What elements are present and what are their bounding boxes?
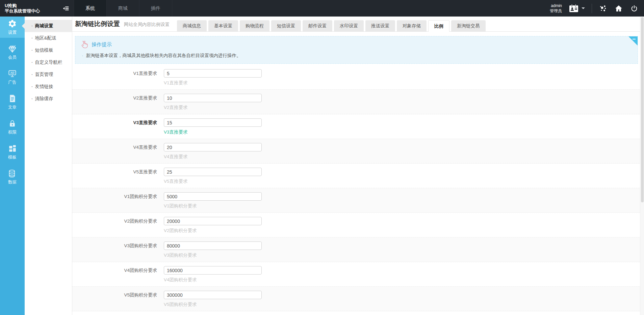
field-label: V1团购积分要求 bbox=[72, 192, 157, 209]
ad-board-icon: AD bbox=[8, 69, 17, 78]
logo-line1: U抢购 bbox=[5, 3, 58, 8]
tip-bullet: · bbox=[82, 53, 83, 58]
v4-group-points-input[interactable] bbox=[164, 266, 262, 275]
quick-apps-button[interactable] bbox=[599, 4, 608, 13]
topbar-spacer bbox=[172, 0, 550, 17]
page-layout: 设置 会员 AD 广告 文章 权限 bbox=[0, 17, 644, 315]
page-title: 新淘链比例设置 bbox=[75, 20, 120, 28]
topbar: U抢购 平台系统管理中心 系统 商城 插件 admin 管理员 bbox=[0, 0, 644, 17]
field-hint: V2团购积分要求 bbox=[164, 228, 262, 234]
sidebar-item-custom-nav[interactable]: ·自定义导航栏 bbox=[25, 56, 72, 68]
sidebar-item-sms-template[interactable]: ·短信模板 bbox=[25, 44, 72, 56]
top-menu: 系统 商城 插件 bbox=[74, 0, 172, 17]
v1-group-points-input[interactable] bbox=[164, 192, 262, 201]
tab-sms-settings[interactable]: 短信设置 bbox=[271, 20, 301, 31]
v2-direct-input[interactable] bbox=[164, 94, 262, 102]
field-wrap: V1团购积分要求 bbox=[164, 192, 262, 209]
document-icon bbox=[8, 94, 17, 103]
tab-basic-settings[interactable]: 基本设置 bbox=[208, 20, 238, 31]
field-hint: V5团购积分要求 bbox=[164, 302, 262, 308]
form-row-v5-group-points: V5团购积分要求 V5团购积分要求 bbox=[72, 287, 644, 311]
sidebar-item-label: 会员 bbox=[8, 55, 17, 60]
sidebar-collapse-button[interactable] bbox=[58, 0, 74, 17]
item-bullet: · bbox=[31, 35, 33, 40]
sidebar-item-label: 数据 bbox=[8, 179, 17, 185]
sidebar-item-templates[interactable]: 模板 bbox=[0, 141, 25, 163]
field-wrap: V3直推要求 bbox=[164, 118, 262, 135]
sidebar-item-friend-links[interactable]: ·友情链接 bbox=[25, 81, 72, 93]
field-hint: V4直推要求 bbox=[164, 154, 262, 160]
sidebar-item-homepage[interactable]: ·首页管理 bbox=[25, 68, 72, 81]
menu-label: 商城 bbox=[118, 5, 128, 11]
field-hint: V2直推要求 bbox=[164, 105, 262, 111]
field-wrap: V2团购积分要求 bbox=[164, 217, 262, 234]
field-wrap: V4直推要求 bbox=[164, 143, 262, 160]
tip-title-row: 操作提示 bbox=[81, 40, 632, 49]
item-bullet: · bbox=[31, 23, 33, 28]
tab-push-settings[interactable]: 推送设置 bbox=[365, 20, 395, 31]
field-hint: V5直推要求 bbox=[164, 178, 262, 184]
form-row-v4-group-points: V4团购积分要求 V4团购积分要求 bbox=[72, 262, 644, 287]
tab-mail-settings[interactable]: 邮件设置 bbox=[303, 20, 332, 31]
field-hint: V1直推要求 bbox=[164, 80, 262, 86]
page-scrollbar[interactable] bbox=[640, 17, 644, 315]
sidebar-item-settings[interactable]: 设置 bbox=[0, 17, 25, 38]
tab-shopping-flow[interactable]: 购物流程 bbox=[240, 20, 269, 31]
sidebar-item-articles[interactable]: 文章 bbox=[0, 91, 25, 113]
sidebar-item-label: 模板 bbox=[8, 154, 17, 160]
form-row-v3-direct: V3直推要求 V3直推要求 bbox=[72, 114, 644, 139]
field-hint: V3直推要求 bbox=[164, 129, 262, 135]
form-row-v1-group-points: V1团购积分要求 V1团购积分要求 bbox=[72, 188, 644, 213]
item-bullet: · bbox=[31, 48, 33, 53]
tip-collapse-corner[interactable] bbox=[628, 36, 638, 46]
top-menu-plugins[interactable]: 插件 bbox=[139, 0, 172, 17]
tab-watermark-settings[interactable]: 水印设置 bbox=[334, 20, 364, 31]
form-row-v3-group-points: V3团购积分要求 V3团购积分要求 bbox=[72, 237, 644, 262]
tab-object-storage[interactable]: 对象存储 bbox=[397, 20, 427, 31]
app-logo[interactable]: U抢购 平台系统管理中心 bbox=[0, 0, 58, 17]
field-label: V3直推要求 bbox=[72, 118, 157, 135]
v2-group-points-input[interactable] bbox=[164, 217, 262, 225]
v4-direct-input[interactable] bbox=[164, 143, 262, 151]
v3-group-points-input[interactable] bbox=[164, 241, 262, 250]
field-label: V5直推要求 bbox=[72, 168, 157, 184]
tab-ratio[interactable]: 比例 bbox=[428, 20, 449, 32]
field-label: V1直推要求 bbox=[72, 69, 157, 86]
chevron-down-icon bbox=[582, 7, 585, 9]
tab-mall-info[interactable]: 商城信息 bbox=[177, 20, 207, 31]
item-bullet: · bbox=[31, 72, 33, 77]
field-label: V3团购积分要求 bbox=[72, 241, 157, 258]
logout-button[interactable] bbox=[630, 4, 639, 13]
sidebar-item-data[interactable]: 数据 bbox=[0, 166, 25, 188]
field-label: V4团购积分要求 bbox=[72, 266, 157, 283]
user-menu-button[interactable] bbox=[569, 4, 585, 13]
sidebar-item-mall-settings[interactable]: ·商城设置 bbox=[25, 20, 72, 32]
tip-text: 新淘链基本设置，商城及其他模块相关内容在其各自栏目设置项内进行操作。 bbox=[86, 53, 241, 58]
sidebar-item-clear-cache[interactable]: ·清除缓存 bbox=[25, 93, 72, 105]
v5-group-points-input[interactable] bbox=[164, 291, 262, 299]
menu-label: 插件 bbox=[151, 5, 160, 11]
v1-direct-input[interactable] bbox=[164, 69, 262, 78]
field-wrap: V2直推要求 bbox=[164, 94, 262, 111]
form-row-partial bbox=[72, 311, 644, 315]
gear-icon bbox=[8, 19, 17, 28]
v5-direct-input[interactable] bbox=[164, 168, 262, 176]
top-menu-mall[interactable]: 商城 bbox=[107, 0, 139, 17]
content-area: 操作提示 ·新淘链基本设置，商城及其他模块相关内容在其各自栏目设置项内进行操作。… bbox=[72, 32, 644, 315]
sidebar-item-members[interactable]: 会员 bbox=[0, 41, 25, 63]
sidebar-item-region-shipping[interactable]: ·地区&配送 bbox=[25, 32, 72, 44]
scrollbar-thumb[interactable] bbox=[641, 17, 644, 202]
hand-pointer-icon bbox=[81, 40, 88, 49]
home-button[interactable] bbox=[614, 4, 623, 13]
user-name: admin bbox=[550, 3, 562, 8]
top-menu-system[interactable]: 系统 bbox=[74, 0, 107, 17]
sidebar-item-ads[interactable]: AD 广告 bbox=[0, 66, 25, 88]
tip-box: 操作提示 ·新淘链基本设置，商城及其他模块相关内容在其各自栏目设置项内进行操作。 bbox=[75, 36, 638, 64]
tab-xtl-trade[interactable]: 新淘链交易 bbox=[451, 20, 486, 31]
sub-item-label: 地区&配送 bbox=[35, 35, 56, 40]
sidebar-item-permissions[interactable]: 权限 bbox=[0, 116, 25, 138]
current-user[interactable]: admin 管理员 bbox=[550, 3, 562, 13]
sidebar-item-label: 文章 bbox=[8, 105, 17, 110]
v3-direct-input[interactable] bbox=[164, 118, 262, 127]
field-hint: V4团购积分要求 bbox=[164, 277, 262, 283]
